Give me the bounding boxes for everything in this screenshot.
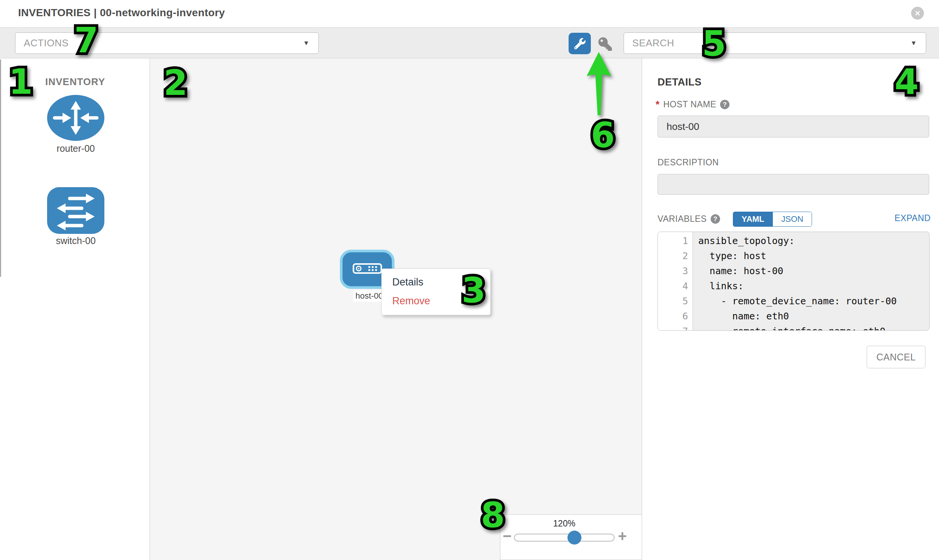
line-number: 1 xyxy=(658,234,692,249)
required-asterisk: * xyxy=(656,98,659,110)
caret-down-icon: ▼ xyxy=(910,33,917,54)
actions-dropdown-label: ACTIONS xyxy=(24,33,69,54)
zoom-out-button[interactable]: − xyxy=(503,528,511,543)
expand-link[interactable]: EXPAND xyxy=(894,213,931,223)
variables-format-toggle: YAML JSON xyxy=(733,212,812,227)
page-title: INVENTORIES | 00-networking-inventory xyxy=(18,7,225,19)
breadcrumb-section: INVENTORIES xyxy=(18,7,91,18)
close-icon: ✕ xyxy=(914,9,920,18)
server-icon xyxy=(353,263,382,274)
variables-editor[interactable]: 1 2 3 4 5 6 7 ansible_topology: type: ho… xyxy=(657,232,930,331)
editor-gutter: 1 2 3 4 5 6 7 xyxy=(658,232,693,330)
code-line: - remote_device_name: router-00 xyxy=(693,294,929,309)
host-node-label: host-00 xyxy=(353,290,385,302)
sidebar-item-switch[interactable] xyxy=(47,187,104,234)
help-icon[interactable]: ? xyxy=(720,100,729,109)
zoom-level-label: 120% xyxy=(514,518,615,529)
page-header: INVENTORIES | 00-networking-inventory ✕ xyxy=(0,0,939,27)
zoom-slider-thumb[interactable] xyxy=(567,531,581,545)
line-number: 2 xyxy=(658,249,692,264)
tab-json[interactable]: JSON xyxy=(772,212,812,226)
router-icon xyxy=(47,95,104,141)
code-line: name: host-00 xyxy=(693,264,929,279)
caret-down-icon: ▼ xyxy=(303,33,309,54)
code-line: remote_interface_name: eth0 xyxy=(693,324,929,331)
line-number: 3 xyxy=(658,264,692,279)
variables-field-label: VARIABLES ? xyxy=(657,214,720,224)
sidebar-item-router[interactable] xyxy=(47,95,104,141)
code-line: type: host xyxy=(693,249,929,264)
details-heading: DETAILS xyxy=(657,77,702,88)
description-input[interactable] xyxy=(657,174,929,195)
menu-item-details[interactable]: Details xyxy=(382,273,490,291)
wrench-icon xyxy=(574,38,586,49)
breadcrumb-item: 00-networking-inventory xyxy=(100,7,225,18)
host-name-field-label: * HOST NAME ? xyxy=(656,98,729,110)
tab-yaml[interactable]: YAML xyxy=(733,212,772,226)
host-name-label: HOST NAME xyxy=(663,99,716,109)
actions-dropdown[interactable]: ACTIONS ▼ xyxy=(15,32,319,54)
code-line: name: eth0 xyxy=(693,309,929,324)
variables-label: VARIABLES xyxy=(657,214,707,224)
line-number: 7 xyxy=(658,324,692,331)
switch-icon xyxy=(47,187,104,234)
key-icon xyxy=(598,37,612,51)
toolbox-button[interactable] xyxy=(569,33,591,54)
close-button[interactable]: ✕ xyxy=(911,7,924,20)
cancel-button[interactable]: CANCEL xyxy=(867,346,925,368)
sidebar-heading: INVENTORY xyxy=(45,76,105,88)
code-line: links: xyxy=(693,279,929,294)
zoom-slider-track[interactable] xyxy=(514,534,615,542)
host-name-input[interactable]: host-00 xyxy=(657,115,929,137)
help-icon[interactable]: ? xyxy=(711,214,720,224)
app-root: INVENTORIES | 00-networking-inventory ✕ … xyxy=(0,0,939,560)
zoom-panel: 120% − + xyxy=(500,514,642,560)
line-number: 4 xyxy=(658,279,692,294)
menu-item-remove[interactable]: Remove xyxy=(382,291,490,310)
search-placeholder: SEARCH xyxy=(632,33,674,54)
sidebar-scrollbar[interactable] xyxy=(0,60,1,277)
line-number: 6 xyxy=(658,309,692,324)
zoom-in-button[interactable]: + xyxy=(618,528,627,543)
breadcrumb-separator: | xyxy=(94,7,97,18)
router-label: router-00 xyxy=(47,143,104,154)
switch-label: switch-00 xyxy=(47,235,104,246)
key-button[interactable] xyxy=(598,37,613,51)
code-line: ansible_topology: xyxy=(693,234,929,249)
description-label: DESCRIPTION xyxy=(657,157,719,168)
search-dropdown[interactable]: SEARCH ▼ xyxy=(624,32,926,54)
editor-code: ansible_topology: type: host name: host-… xyxy=(693,232,929,331)
context-menu: Details Remove xyxy=(381,269,490,315)
line-number: 5 xyxy=(658,294,692,309)
